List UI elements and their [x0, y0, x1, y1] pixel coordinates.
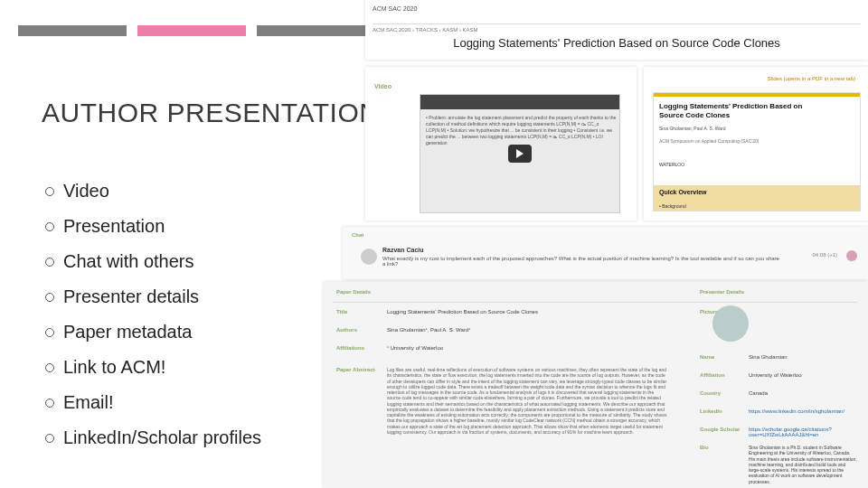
quick-overview-item: • Background: [659, 203, 686, 209]
chat-author-name: Razvan Caciu: [382, 247, 424, 253]
value-authors: Sina Gholamian¹, Paul A. S. Ward¹: [387, 327, 667, 333]
bullet-presenter: Presenter details: [45, 286, 261, 307]
presenter-details-label: Presenter Details: [700, 289, 744, 295]
video-player[interactable]: • Problem: annotate the log statement pl…: [420, 94, 620, 213]
value-name: Sina Gholamian: [749, 354, 788, 360]
demo-header: ACM SAC 2020 ACM SAC 2020 › TRACKS › KAS…: [365, 0, 868, 60]
value-abstract: Log files are useful, real-time reflecti…: [387, 367, 667, 435]
demo-video-panel: Video • Problem: annotate the log statem…: [365, 67, 637, 221]
value-scholar[interactable]: https://scholar.google.ca/citations?user…: [749, 427, 868, 437]
label-abstract: Paper Abstract: [336, 367, 374, 372]
slide-venue: ACM Symposium on Applied Computing (SAC'…: [659, 138, 759, 144]
label-authors: Authors: [336, 327, 357, 333]
play-icon[interactable]: [508, 145, 532, 163]
value-title: Logging Statements' Prediction Based on …: [387, 309, 667, 314]
label-linkedin: LinkedIn: [700, 408, 722, 414]
value-country: Canada: [749, 390, 768, 396]
conference-badge: ACM SAC 2020: [373, 5, 417, 12]
university-logo: WATERLOO: [659, 162, 684, 167]
divider: [333, 302, 857, 303]
demo-metadata-panel: Paper Details Presenter Details Title Lo…: [324, 282, 868, 488]
value-bio: Sina Gholamian is a Ph.D. student in Sof…: [749, 445, 857, 484]
bullet-label: Presentation: [63, 216, 165, 237]
demo-slides-panel: Slides (opens in a PDF in a new tab) Log…: [644, 67, 868, 221]
bullet-chat: Chat with others: [45, 251, 261, 272]
accent-bar-grey-1: [18, 25, 127, 36]
avatar: [361, 249, 377, 265]
chevron-down-icon[interactable]: [846, 250, 857, 261]
label-affiliations: Affiliations: [336, 345, 364, 351]
bullet-list: Video Presentation Chat with others Pres…: [45, 181, 261, 463]
label-bio: Bio: [700, 445, 709, 450]
label-title: Title: [336, 309, 347, 314]
slide-root: AUTHOR PRESENTATION Video Presentation C…: [0, 0, 868, 488]
value-linkedin[interactable]: https://www.linkedin.com/in/sgholamian/: [749, 408, 844, 414]
bullet-video: Video: [45, 181, 261, 202]
bullet-label: Link to ACM!: [63, 357, 165, 378]
bullet-label: Presenter details: [63, 286, 199, 307]
presenter-photo: [712, 305, 749, 342]
bullet-profiles: LinkedIn/Scholar profiles: [45, 427, 261, 448]
bullet-metadata: Paper metadata: [45, 322, 261, 343]
slides-pdf-link[interactable]: Slides (opens in a PDF in a new tab): [768, 76, 855, 81]
breadcrumb: ACM SAC 2020 › TRACKS › KASM › KASM: [373, 23, 861, 33]
slide-title: Logging Statements' Prediction Based on …: [659, 102, 804, 119]
bullet-acm: Link to ACM!: [45, 357, 261, 378]
label-country: Country: [700, 390, 721, 396]
slide-accent-bar: [654, 93, 860, 97]
demo-page-title: Logging Statements' Prediction Based on …: [365, 36, 868, 50]
chat-section-label: Chat: [352, 232, 363, 238]
video-titlebar: [420, 95, 619, 109]
bullet-label: Video: [63, 181, 109, 202]
accent-bar-pink: [137, 25, 246, 36]
bullet-label: Chat with others: [63, 251, 194, 272]
bullet-email: Email!: [45, 392, 261, 413]
bullet-label: LinkedIn/Scholar profiles: [63, 427, 261, 448]
video-slide-text: • Problem: annotate the log statement pl…: [426, 115, 619, 146]
value-affiliations: ¹ University of Waterloo: [387, 345, 667, 351]
chat-message: What exactly is my cost to implement eac…: [382, 256, 780, 267]
label-scholar: Google Scholar: [700, 427, 740, 432]
value-affiliation: University of Waterloo: [749, 372, 801, 378]
demo-chat-panel: Chat Razvan Caciu What exactly is my cos…: [343, 227, 868, 279]
slide-heading: AUTHOR PRESENTATION: [42, 98, 379, 128]
quick-overview-title: Quick Overview: [659, 189, 707, 195]
bullet-presentation: Presentation: [45, 216, 261, 237]
accent-bar-grey-2: [257, 25, 365, 36]
bullet-label: Paper metadata: [63, 322, 192, 343]
slide-frame[interactable]: Logging Statements' Prediction Based on …: [653, 92, 861, 211]
label-affiliation: Affiliation: [700, 372, 725, 378]
slide-quick-overview: Quick Overview • Background: [654, 185, 860, 211]
slide-authors: Sina Gholamian, Paul A. S. Ward: [659, 126, 725, 131]
bullet-label: Email!: [63, 392, 114, 413]
chat-timestamp: 04:08 (+1): [812, 252, 837, 258]
paper-details-label: Paper Details: [336, 289, 371, 295]
video-section-label: Video: [374, 83, 392, 89]
label-name: Name: [700, 354, 714, 360]
